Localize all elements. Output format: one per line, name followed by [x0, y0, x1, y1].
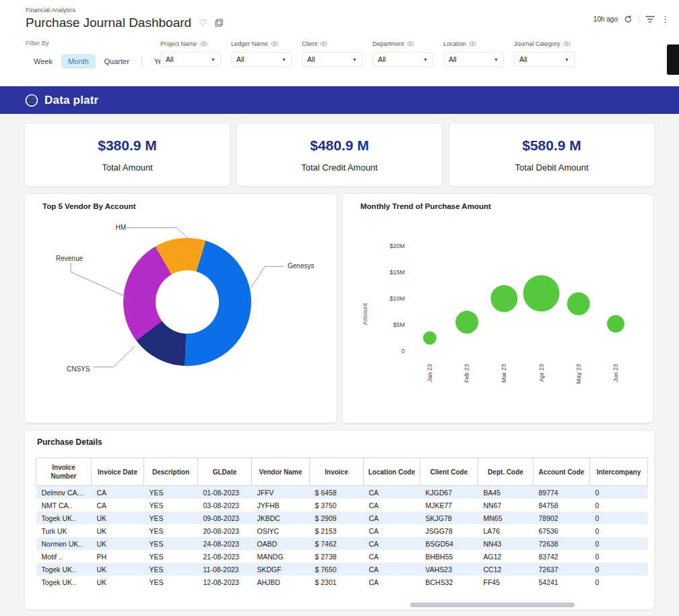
chevron-down-icon: ▼	[423, 57, 428, 62]
x-tick-label: Feb 23	[463, 364, 470, 383]
refresh-icon[interactable]	[624, 15, 633, 24]
bubble-point[interactable]	[423, 332, 437, 345]
table-cell: UK	[92, 512, 144, 524]
column-header: Description	[144, 458, 198, 486]
table-cell: $ 6458	[310, 486, 364, 499]
table-cell: JKBDC	[252, 512, 310, 524]
table-cell: 0	[590, 512, 648, 524]
side-drawer-handle[interactable]	[667, 44, 679, 75]
table-cell: 0	[590, 499, 648, 512]
column-header: Dept. Code	[478, 458, 534, 486]
table-cell: $ 7650	[310, 563, 364, 576]
tab-week[interactable]: Week	[27, 54, 59, 69]
table-cell: 24-08-2023	[198, 537, 252, 550]
table-cell: 21-08-2023	[198, 550, 252, 563]
filter-value: All	[166, 55, 174, 63]
eye-icon	[271, 41, 278, 47]
purchase-table: Invoice NumberInvoice DateDescriptionGLD…	[36, 458, 648, 588]
kpi-card-total-debit-amount: $580.9 MTotal Debit Amount	[449, 123, 655, 187]
filter-select-location[interactable]: All▼	[443, 52, 504, 67]
filter-group-location: LocationAll▼	[443, 40, 514, 67]
filter-select-project-name[interactable]: All▼	[160, 52, 221, 67]
table-cell: CC12	[478, 563, 534, 576]
table-cell: UK	[92, 576, 144, 588]
column-header: Invoice Date	[92, 458, 144, 486]
donut-hole	[156, 270, 219, 334]
filter-group-journal-category: Journal CategoryAll▼	[514, 40, 585, 67]
filter-value: All	[449, 55, 457, 63]
favorite-icon[interactable]: ♡	[199, 18, 207, 28]
table-cell: 83742	[534, 550, 590, 563]
table-cell: UK	[92, 537, 144, 550]
filter-icon[interactable]	[645, 16, 655, 23]
table-row: Togek UK..UKYES09-08-2023JKBDC$ 2909CASK…	[36, 512, 648, 524]
chevron-down-icon: ▼	[211, 57, 216, 62]
bubble-point[interactable]	[455, 311, 478, 334]
table-cell: 0	[590, 550, 648, 563]
table-cell: YES	[144, 563, 198, 576]
chevron-down-icon: ▼	[494, 57, 498, 62]
bubble-point[interactable]	[607, 315, 624, 332]
kpi-label: Total Amount	[102, 162, 152, 173]
kpi-card-total-amount: $380.9 MTotal Amount	[24, 123, 230, 187]
filter-select-department[interactable]: All▼	[373, 52, 433, 67]
tab-divider	[141, 57, 142, 67]
kpi-value: $380.9 M	[98, 137, 157, 154]
filter-select-ledger-name[interactable]: All▼	[231, 52, 292, 67]
table-cell: JSGG78	[420, 524, 478, 537]
table-cell: 09-08-2023	[198, 512, 252, 524]
page-header: Financial Analytics Purchase Journal Das…	[0, 0, 679, 86]
table-cell: $ 2738	[310, 550, 364, 563]
table-cell: $ 2153	[310, 524, 364, 537]
column-header: Invoice Number	[36, 458, 92, 486]
chevron-down-icon: ▼	[352, 57, 357, 62]
table-title: Purchase Details	[37, 437, 102, 447]
table-cell: 0	[590, 486, 648, 499]
copy-icon[interactable]	[215, 19, 223, 27]
donut-chart[interactable]	[123, 238, 251, 366]
table-cell: OABD	[252, 537, 310, 550]
table-cell: UK	[92, 563, 144, 576]
page-title: Purchase Journal Dashboard	[26, 16, 191, 30]
bubble-point[interactable]	[567, 292, 590, 315]
filter-select-journal-category[interactable]: All▼	[514, 52, 575, 67]
donut-chart-title: Top 5 Vendor By Account	[42, 202, 136, 210]
table-cell: CA	[92, 486, 144, 499]
kebab-menu-icon[interactable]: ⋮	[661, 14, 670, 24]
table-cell: OSIYC	[252, 524, 310, 537]
table-cell: 11-08-2023	[198, 563, 252, 576]
table-cell: CA	[364, 537, 420, 550]
eye-icon	[469, 41, 476, 47]
table-cell: BHBH55	[420, 550, 478, 563]
last-updated: 10h ago	[593, 16, 618, 23]
table-cell: YES	[144, 550, 198, 563]
tab-quarter[interactable]: Quarter	[98, 54, 136, 69]
filter-select-client[interactable]: All▼	[302, 52, 362, 67]
table-cell: BSGD54	[420, 537, 478, 550]
chevron-down-icon: ▼	[564, 57, 569, 62]
horizontal-scrollbar[interactable]	[410, 603, 575, 607]
bubble-chart: Amount$20M$15M$10M$5M0Jan 23Feb 23Mar 23…	[343, 194, 654, 424]
vendor-donut-card: Top 5 Vendor By Account HM Genesys CNSYS…	[24, 193, 337, 423]
kpi-label: Total Credit Amount	[301, 162, 377, 173]
table-cell: 0	[590, 537, 648, 550]
x-tick-label: Apr 23	[538, 364, 545, 382]
table-cell: JFFV	[252, 486, 310, 499]
table-cell: CA	[364, 576, 420, 588]
table-cell: 67536	[534, 524, 590, 537]
table-cell: JYFHB	[252, 499, 310, 512]
table-row: Delmnv CA...CAYES01-08-2023JFFV$ 6458CAK…	[36, 486, 648, 499]
table-cell: Motif ..	[36, 550, 92, 563]
table-cell: 84758	[534, 499, 590, 512]
filter-group-project-name: Project NameAll▼	[160, 40, 231, 67]
bubble-point[interactable]	[523, 275, 560, 311]
filter-label: Client	[302, 40, 373, 47]
table-cell: $ 2301	[310, 576, 364, 588]
bubble-point[interactable]	[490, 285, 517, 312]
tab-month[interactable]: Month	[61, 54, 96, 69]
table-cell: CA	[92, 499, 144, 512]
table-cell: UK	[92, 524, 144, 537]
table-cell: AHJBD	[252, 576, 310, 588]
table-cell: NN43	[478, 537, 534, 550]
table-cell: 54241	[534, 576, 590, 588]
